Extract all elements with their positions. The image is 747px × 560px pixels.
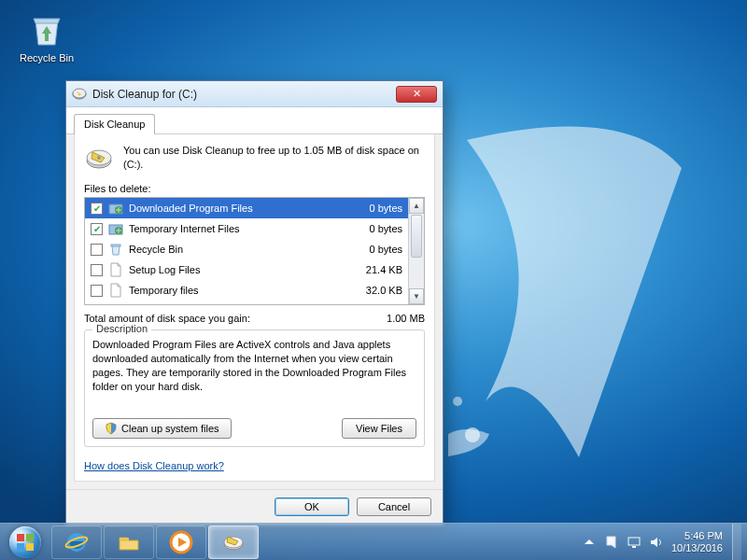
start-button[interactable] xyxy=(0,524,50,561)
files-list: ✔Downloaded Program Files0 bytes✔Tempora… xyxy=(84,197,425,305)
windows7-logo xyxy=(430,112,710,467)
disk-cleanup-dialog: Disk Cleanup for (C:) ✕ Disk Cleanup You… xyxy=(65,80,444,525)
list-item[interactable]: ✔Temporary Internet Files0 bytes xyxy=(85,218,408,239)
intro-text: You can use Disk Cleanup to free up to 1… xyxy=(123,144,425,174)
svg-point-6 xyxy=(97,156,101,160)
list-item-name: Temporary files xyxy=(129,285,341,296)
list-item-name: Temporary Internet Files xyxy=(129,223,341,234)
folder-globe-icon xyxy=(108,201,123,216)
taskbar: 5:46 PM 10/13/2016 xyxy=(0,523,747,560)
dialog-footer: OK Cancel xyxy=(66,489,443,524)
description-legend: Description xyxy=(92,323,151,334)
list-item-name: Setup Log Files xyxy=(129,264,341,275)
files-to-delete-label: Files to delete: xyxy=(84,183,425,194)
recycle-bin-icon xyxy=(26,9,67,50)
cleanup-system-files-button[interactable]: Clean up system files xyxy=(92,418,232,439)
close-icon: ✕ xyxy=(413,88,421,100)
cancel-button[interactable]: Cancel xyxy=(357,497,431,516)
clock-date: 10/13/2016 xyxy=(671,542,723,554)
list-item-size: 32.0 KB xyxy=(346,285,402,296)
svg-point-0 xyxy=(465,427,480,442)
svg-point-1 xyxy=(453,397,462,406)
list-item-size: 0 bytes xyxy=(346,223,402,234)
titlebar[interactable]: Disk Cleanup for (C:) ✕ xyxy=(66,81,443,107)
ok-label: OK xyxy=(304,501,319,512)
show-hidden-icons[interactable] xyxy=(582,535,597,550)
desktop-recycle-bin[interactable]: Recycle Bin xyxy=(19,9,75,63)
folder-globe-icon xyxy=(108,221,123,236)
list-item[interactable]: Setup Log Files21.4 KB xyxy=(85,259,408,280)
taskbar-explorer[interactable] xyxy=(104,525,154,559)
svg-rect-12 xyxy=(17,534,24,541)
scroll-down-button[interactable]: ▼ xyxy=(409,288,424,304)
view-files-button[interactable]: View Files xyxy=(342,418,416,439)
desktop[interactable]: Recycle Bin Disk Cleanup for (C:) ✕ Disk… xyxy=(0,0,747,560)
disk-cleanup-icon xyxy=(72,87,87,102)
description-text: Downloaded Program Files are ActiveX con… xyxy=(92,338,416,401)
checkbox[interactable]: ✔ xyxy=(91,203,103,215)
help-link[interactable]: How does Disk Cleanup work? xyxy=(84,460,224,471)
checkbox[interactable] xyxy=(91,244,103,256)
svg-rect-11 xyxy=(111,245,120,246)
disk-cleanup-icon xyxy=(221,530,246,554)
tabstrip: Disk Cleanup xyxy=(66,107,443,134)
show-desktop-button[interactable] xyxy=(732,524,741,561)
checkbox[interactable] xyxy=(91,285,103,297)
recycle-bin-icon xyxy=(108,242,123,257)
volume-icon[interactable] xyxy=(649,535,664,550)
ie-icon xyxy=(64,530,89,554)
svg-rect-14 xyxy=(17,543,24,551)
media-player-icon xyxy=(169,530,193,554)
clock[interactable]: 5:46 PM 10/13/2016 xyxy=(671,530,723,553)
list-item[interactable]: Recycle Bin0 bytes xyxy=(85,239,408,259)
disk-cleanup-large-icon xyxy=(84,144,114,174)
file-icon xyxy=(108,262,123,277)
cleanup-system-files-label: Clean up system files xyxy=(121,423,219,434)
ok-button[interactable]: OK xyxy=(275,497,349,516)
system-tray: 5:46 PM 10/13/2016 xyxy=(578,530,726,553)
dialog-title: Disk Cleanup for (C:) xyxy=(92,88,396,101)
taskbar-disk-cleanup[interactable] xyxy=(208,525,259,559)
taskbar-ie[interactable] xyxy=(51,525,102,559)
scroll-thumb[interactable] xyxy=(411,215,422,258)
list-item-size: 21.4 KB xyxy=(346,264,402,275)
desktop-recycle-bin-label: Recycle Bin xyxy=(19,52,75,63)
scrollbar[interactable]: ▲ ▼ xyxy=(408,198,424,304)
view-files-label: View Files xyxy=(356,423,402,434)
list-item-name: Downloaded Program Files xyxy=(129,203,341,214)
checkbox[interactable] xyxy=(91,264,103,276)
svg-rect-18 xyxy=(120,538,129,541)
dialog-body: You can use Disk Cleanup to free up to 1… xyxy=(74,134,435,482)
folder-icon xyxy=(117,530,141,554)
list-item-size: 0 bytes xyxy=(346,244,402,255)
svg-rect-24 xyxy=(632,546,636,548)
svg-rect-23 xyxy=(628,538,640,545)
clock-time: 5:46 PM xyxy=(671,530,723,542)
taskbar-media-player[interactable] xyxy=(156,525,206,559)
total-value: 1.00 MB xyxy=(387,313,425,324)
tab-disk-cleanup[interactable]: Disk Cleanup xyxy=(74,114,155,134)
scroll-up-button[interactable]: ▲ xyxy=(409,198,424,214)
cancel-label: Cancel xyxy=(378,501,410,512)
action-center-icon[interactable] xyxy=(604,535,619,550)
shield-icon xyxy=(105,422,118,435)
list-item[interactable]: Temporary files32.0 KB xyxy=(85,280,408,301)
start-orb-icon xyxy=(9,526,41,558)
list-item-name: Recycle Bin xyxy=(129,244,341,255)
svg-rect-13 xyxy=(26,534,34,541)
svg-rect-15 xyxy=(26,543,34,551)
list-item-size: 0 bytes xyxy=(346,203,402,214)
file-icon xyxy=(108,283,123,298)
close-button[interactable]: ✕ xyxy=(396,86,437,103)
list-item[interactable]: ✔Downloaded Program Files0 bytes xyxy=(85,198,408,218)
checkbox[interactable]: ✔ xyxy=(91,223,103,235)
description-group: Description Downloaded Program Files are… xyxy=(84,329,425,447)
network-icon[interactable] xyxy=(627,535,641,550)
